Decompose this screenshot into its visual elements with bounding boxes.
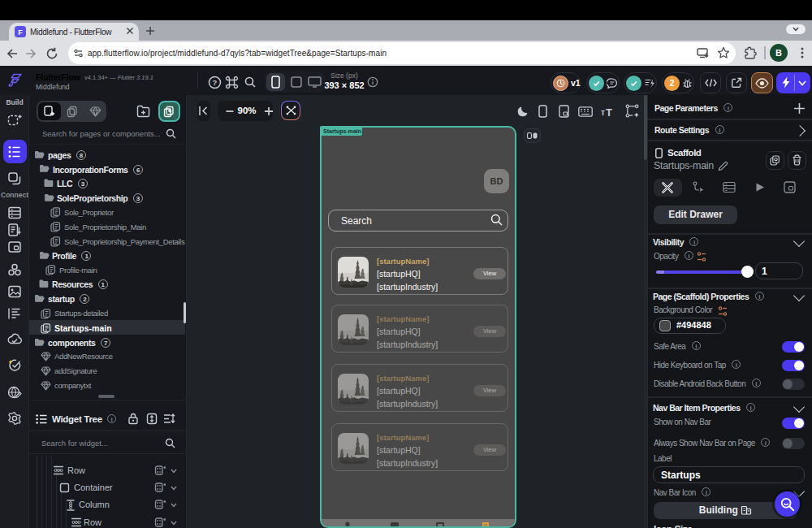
svg-text:F: F: [18, 28, 23, 37]
svg-text:?: ?: [213, 78, 218, 87]
svg-text:T: T: [606, 106, 612, 117]
svg-text:т: т: [601, 108, 605, 117]
